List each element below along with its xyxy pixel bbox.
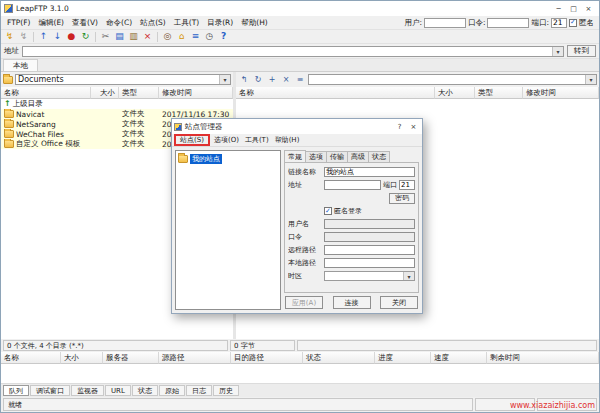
tab-general[interactable]: 常规 (284, 150, 306, 162)
queue-header: 名称 大小 服务器 源路径 目的路径 状态 进度 速度 剩余时间 (1, 352, 599, 364)
tab-status[interactable]: 状态 (368, 151, 390, 162)
disconnect-icon[interactable]: ↯ (17, 31, 30, 43)
refresh-icon[interactable]: ↻ (79, 31, 92, 43)
column-size[interactable]: 大小 (435, 87, 475, 99)
up-level-icon[interactable]: ↰ (238, 74, 250, 85)
folder-icon (4, 110, 14, 118)
queue-column-speed[interactable]: 速度 (431, 352, 487, 364)
find-icon[interactable]: ◎ (161, 31, 174, 43)
menu-directory[interactable]: 目录(R) (203, 18, 237, 28)
cut-icon[interactable]: ✂ (99, 31, 112, 43)
close-button[interactable]: 关闭 (380, 296, 418, 309)
tab-raw[interactable]: 原始 (159, 385, 185, 396)
menu-site[interactable]: 站点(S) (136, 18, 170, 28)
schedule-icon[interactable]: ◷ (203, 31, 216, 43)
local-path-input[interactable] (324, 258, 415, 268)
dialog-menu-site[interactable]: 站点(S) (177, 135, 207, 145)
address-combo[interactable]: ▾ (22, 46, 564, 57)
upload-icon[interactable]: ↑ (37, 31, 50, 43)
tab-options[interactable]: 选项 (305, 151, 327, 162)
menu-help[interactable]: 帮助(H) (237, 18, 272, 28)
tab-transfer[interactable]: 传输 (326, 151, 348, 162)
site-manager-icon[interactable]: ⌂ (175, 31, 188, 43)
go-button[interactable]: 转到 (567, 45, 596, 57)
anonymous-login-checkbox[interactable] (324, 207, 332, 215)
dialog-menu-options[interactable]: 选项(O) (211, 135, 242, 145)
tree-item-my-sites[interactable]: 我的站点 (177, 153, 279, 164)
dialog-menu-help[interactable]: 帮助(H) (272, 135, 303, 145)
queue-column-size[interactable]: 大小 (61, 352, 103, 364)
menu-edit[interactable]: 编辑(E) (34, 18, 68, 28)
port-input[interactable] (551, 18, 567, 28)
maximize-button[interactable]: □ (566, 3, 581, 15)
site-port-input[interactable] (399, 180, 415, 190)
dialog-menu-tools[interactable]: 工具(T) (242, 135, 272, 145)
tab-url[interactable]: URL (105, 385, 131, 396)
queue-column-server[interactable]: 服务器 (103, 352, 159, 364)
site-name-input[interactable] (324, 167, 415, 177)
remote-path-input[interactable] (324, 245, 415, 255)
dialog-close-button[interactable]: × (407, 121, 420, 132)
menu-command[interactable]: 命令(C) (102, 18, 136, 28)
tab-monitor[interactable]: 监视器 (71, 385, 104, 396)
new-folder-icon[interactable]: + (266, 74, 278, 85)
stop-icon[interactable]: ● (65, 31, 78, 43)
tab-log[interactable]: 日志 (186, 385, 212, 396)
user-input[interactable] (424, 18, 466, 28)
chevron-down-icon[interactable]: ▾ (403, 272, 414, 280)
column-name[interactable]: 名称 (236, 87, 435, 99)
anonymous-checkbox[interactable] (569, 19, 577, 27)
tab-local[interactable]: 本地 (3, 59, 38, 71)
connect-icon[interactable]: ↯ (3, 31, 16, 43)
queue-column-source[interactable]: 源路径 (159, 352, 231, 364)
queue-column-progress[interactable]: 进度 (375, 352, 431, 364)
password-input[interactable] (487, 18, 529, 28)
column-modified[interactable]: 修改时间 (523, 87, 599, 99)
column-modified[interactable]: 修改时间 (159, 87, 233, 99)
password-button[interactable]: 密码 (389, 193, 415, 204)
copy-icon[interactable]: ▤ (113, 31, 126, 43)
delete-icon[interactable]: × (141, 31, 154, 43)
tab-advanced[interactable]: 高级 (347, 151, 369, 162)
column-type[interactable]: 类型 (119, 87, 159, 99)
column-name[interactable]: 名称 (1, 87, 91, 99)
queue-column-remaining[interactable]: 剩余时间 (487, 352, 599, 364)
tab-queue[interactable]: 队列 (3, 385, 29, 396)
delete-icon[interactable]: × (280, 74, 292, 85)
timezone-combo[interactable]: ▾ (324, 271, 415, 281)
column-size[interactable]: 大小 (91, 87, 119, 99)
close-button[interactable]: × (581, 3, 596, 15)
site-password-input[interactable] (324, 232, 415, 242)
address-label: 地址 (4, 46, 19, 56)
tab-history[interactable]: 历史 (213, 385, 239, 396)
parent-dir-row[interactable]: ↑ 上级目录 (1, 99, 233, 109)
tab-debug[interactable]: 调试窗口 (30, 385, 70, 396)
chevron-down-icon[interactable]: ▾ (552, 47, 563, 56)
apply-button[interactable]: 应用(A) (285, 296, 323, 309)
column-type[interactable]: 类型 (475, 87, 523, 99)
list-view-icon[interactable]: ≡ (294, 74, 306, 85)
queue-column-name[interactable]: 名称 (1, 352, 61, 364)
username-input[interactable] (324, 219, 415, 229)
dialog-help-button[interactable]: ? (393, 121, 406, 132)
help-icon[interactable]: ? (217, 31, 230, 43)
list-status-bar: 0 个文件, 4 个目录 (*.*) 0 字节 (1, 339, 599, 352)
chevron-down-icon[interactable]: ▾ (585, 75, 596, 84)
local-path-combo[interactable]: Documents ▾ (15, 74, 231, 85)
queue-icon[interactable]: ≡ (189, 31, 202, 43)
connect-button[interactable]: 连接 (333, 296, 371, 309)
queue-column-destination[interactable]: 目的路径 (231, 352, 303, 364)
menu-ftp[interactable]: FTP(F) (3, 18, 34, 27)
chevron-down-icon[interactable]: ▾ (219, 75, 230, 84)
minimize-button[interactable]: ─ (551, 3, 566, 15)
menu-view[interactable]: 查看(V) (68, 18, 102, 28)
download-icon[interactable]: ↓ (51, 31, 64, 43)
bytes-status: 0 字节 (230, 340, 295, 351)
tab-status[interactable]: 状态 (132, 385, 158, 396)
menu-tools[interactable]: 工具(T) (170, 18, 203, 28)
remote-path-combo[interactable]: ▾ (308, 74, 597, 85)
queue-column-status[interactable]: 状态 (303, 352, 375, 364)
refresh-icon[interactable]: ↻ (252, 74, 264, 85)
paste-icon[interactable]: ▥ (127, 31, 140, 43)
site-address-input[interactable] (324, 180, 381, 190)
